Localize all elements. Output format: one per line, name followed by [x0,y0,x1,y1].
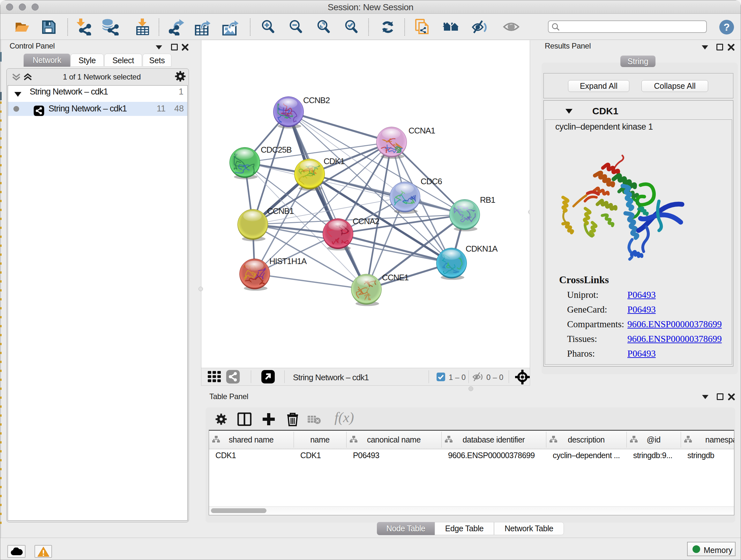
svg-text:CCNB1: CCNB1 [267,206,294,216]
svg-text:HIST1H1A: HIST1H1A [269,256,307,266]
svg-text:CDKN1A: CDKN1A [466,244,498,253]
svg-text:RB1: RB1 [480,195,495,205]
svg-text:CCNE1: CCNE1 [382,273,409,282]
svg-text:CCNA2: CCNA2 [353,216,380,226]
svg-text:CCNB2: CCNB2 [303,96,330,105]
svg-text:CCNA1: CCNA1 [408,126,435,135]
svg-text:CDK1: CDK1 [324,157,345,166]
svg-text:CDC25B: CDC25B [261,145,292,154]
svg-text:CDC6: CDC6 [421,177,442,186]
